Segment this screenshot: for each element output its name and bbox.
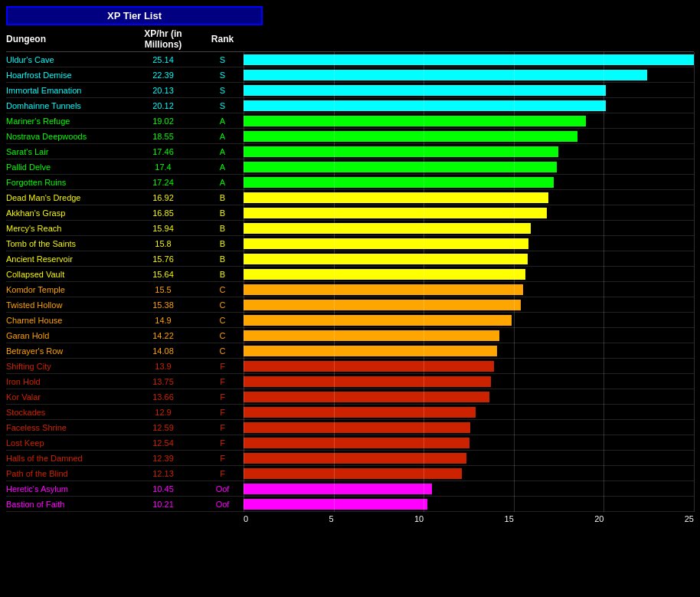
- bar: [244, 453, 466, 464]
- table-row: Mercy's Reach15.94B: [6, 221, 244, 236]
- bar-row: [244, 497, 694, 512]
- dungeon-name: Komdor Temple: [6, 285, 125, 294]
- rank-value: S: [201, 55, 244, 64]
- bar-row: [244, 129, 694, 144]
- xp-value: 17.24: [125, 178, 201, 187]
- chart-body: Uldur's Cave25.14SHoarfrost Demise22.39S…: [6, 52, 694, 523]
- xp-value: 17.4: [125, 162, 201, 172]
- dungeon-name: Faceless Shrine: [6, 423, 125, 432]
- table-row: Collapsed Vault15.64B: [6, 267, 244, 282]
- table-row: Lost Keep12.54F: [6, 435, 244, 451]
- chart-title: XP Tier List: [107, 10, 162, 21]
- bar-row: [244, 83, 694, 98]
- table-row: Ancient Reservoir15.76B: [6, 251, 244, 267]
- bar-row: [244, 159, 694, 175]
- bar-row: [244, 144, 694, 159]
- x-axis-label: 10: [414, 514, 424, 523]
- table-row: Komdor Temple15.5C: [6, 282, 244, 297]
- xp-value: 20.13: [125, 86, 201, 95]
- dungeon-name: Immortal Emanation: [6, 86, 125, 95]
- xp-value: 12.54: [125, 438, 201, 448]
- bar-row: [244, 98, 694, 113]
- dungeon-name: Dead Man's Dredge: [6, 193, 125, 202]
- rank-value: F: [201, 408, 244, 417]
- bar: [244, 100, 606, 111]
- bar-row: [244, 481, 694, 497]
- bar: [244, 300, 521, 310]
- x-axis-label: 5: [329, 514, 333, 523]
- table-row: Iron Hold13.75F: [6, 374, 244, 389]
- xp-value: 15.38: [125, 300, 201, 310]
- bar-row: [244, 267, 694, 282]
- rank-value: A: [201, 116, 244, 126]
- x-axis-label: 20: [594, 514, 604, 523]
- header-xp: XP/hr (in Millions): [125, 28, 201, 50]
- bar: [244, 131, 577, 142]
- table-row: Kor Valar13.66F: [6, 389, 244, 405]
- bar-row: [244, 282, 694, 297]
- table-row: Hoarfrost Demise22.39S: [6, 67, 244, 83]
- table-row: Tomb of the Saints15.8B: [6, 236, 244, 251]
- rank-value: C: [201, 316, 244, 325]
- bar-row: [244, 313, 694, 328]
- xp-value: 18.55: [125, 132, 201, 141]
- bar-row: [244, 389, 694, 405]
- table-row: Akkhan's Grasp16.85B: [6, 205, 244, 221]
- bar: [244, 499, 427, 510]
- bar: [244, 269, 525, 280]
- rank-value: C: [201, 331, 244, 340]
- dungeon-name: Halls of the Damned: [6, 454, 125, 463]
- xp-value: 16.92: [125, 193, 201, 202]
- bar-row: [244, 466, 694, 481]
- xp-value: 13.66: [125, 392, 201, 402]
- dungeon-name: Nostrava Deepwoods: [6, 132, 125, 141]
- bar-row: [244, 175, 694, 190]
- xp-value: 14.08: [125, 346, 201, 356]
- dungeon-name: Pallid Delve: [6, 162, 125, 172]
- chart-container: XP Tier List Dungeon XP/hr (in Millions)…: [6, 6, 694, 523]
- table-row: Halls of the Damned12.39F: [6, 451, 244, 466]
- dungeon-name: Charnel House: [6, 316, 125, 325]
- bar-row: [244, 113, 694, 129]
- x-axis-label: 0: [244, 514, 248, 523]
- rank-value: C: [201, 285, 244, 294]
- xp-value: 20.12: [125, 101, 201, 110]
- right-panel: 0510152025: [244, 52, 694, 523]
- xp-value: 12.59: [125, 423, 201, 432]
- bar: [244, 484, 432, 494]
- bar: [244, 208, 547, 218]
- rank-value: S: [201, 101, 244, 110]
- table-row: Uldur's Cave25.14S: [6, 52, 244, 67]
- rank-value: C: [201, 346, 244, 356]
- table-row: Charnel House14.9C: [6, 313, 244, 328]
- bar: [244, 54, 694, 65]
- rank-value: F: [201, 438, 244, 448]
- xp-value: 10.45: [125, 484, 201, 494]
- bar: [244, 254, 528, 264]
- dungeon-name: Forgotten Ruins: [6, 178, 125, 187]
- bar: [244, 238, 528, 249]
- table-row: Bastion of Faith10.21Oof: [6, 497, 244, 512]
- table-row: Heretic's Asylum10.45Oof: [6, 481, 244, 497]
- bar-row: [244, 190, 694, 205]
- table-row: Garan Hold14.22C: [6, 328, 244, 343]
- bar: [244, 468, 462, 479]
- bar-row: [244, 420, 694, 435]
- dungeon-name: Kor Valar: [6, 392, 125, 402]
- dungeon-name: Bastion of Faith: [6, 500, 125, 509]
- dungeon-name: Mercy's Reach: [6, 224, 125, 233]
- rank-value: S: [201, 71, 244, 80]
- bar: [244, 346, 497, 356]
- bar-row: [244, 251, 694, 267]
- dungeon-name: Iron Hold: [6, 377, 125, 386]
- xp-value: 15.94: [125, 224, 201, 233]
- bar-row: [244, 328, 694, 343]
- rank-value: B: [201, 208, 244, 218]
- dungeon-name: Tomb of the Saints: [6, 239, 125, 248]
- dungeon-name: Heretic's Asylum: [6, 484, 125, 494]
- rank-value: B: [201, 224, 244, 233]
- rank-value: A: [201, 178, 244, 187]
- bar: [244, 392, 489, 402]
- rank-value: B: [201, 239, 244, 248]
- xp-value: 17.46: [125, 147, 201, 156]
